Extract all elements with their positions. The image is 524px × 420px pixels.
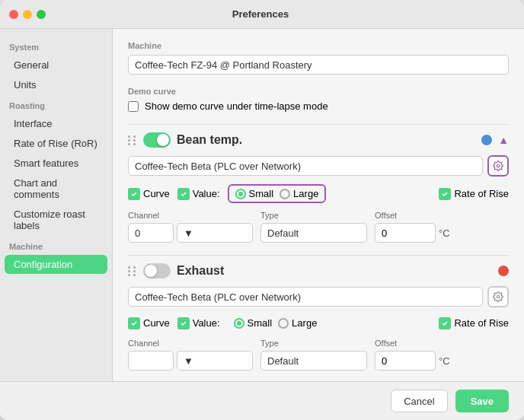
bean-temp-value-check[interactable]: Value: <box>177 188 220 200</box>
channel-exhaust-name: Exhaust <box>177 264 224 278</box>
exhaust-type-group: Type Default <box>260 339 367 371</box>
sidebar-item-units[interactable]: Units <box>5 75 107 94</box>
maximize-button[interactable] <box>37 10 46 19</box>
exhaust-protocol-dropdown[interactable]: Coffee-Tech Beta (PLC over Network) <box>128 287 483 307</box>
bean-temp-channel-label: Channel <box>128 211 253 220</box>
demo-curve-label: Demo curve <box>128 87 509 96</box>
exhaust-ror-check[interactable]: Rate of Rise <box>439 317 509 329</box>
bean-temp-curve-check[interactable]: Curve <box>128 188 170 200</box>
exhaust-large-radio[interactable]: Large <box>278 317 317 329</box>
exhaust-fields: Channel ▼ Type Default <box>128 339 509 371</box>
machine-dropdown[interactable]: Coffee-Tech FZ-94 @ Portland Roastery <box>128 55 509 75</box>
drag-handle-bean-temp[interactable] <box>128 135 137 145</box>
bean-temp-value-label: Value: <box>193 188 220 199</box>
bean-temp-channel-group: Channel ▼ <box>128 211 253 243</box>
bean-temp-channel-select[interactable]: ▼ <box>177 223 253 243</box>
bean-temp-size-radio-group: Small Large <box>228 184 327 203</box>
minimize-button[interactable] <box>23 10 32 19</box>
bean-temp-offset-group: Offset °C <box>375 211 450 243</box>
bean-temp-protocol-dropdown[interactable]: Coffee-Tech Beta (PLC over Network) <box>128 156 483 176</box>
exhaust-color-dot <box>498 266 509 276</box>
exhaust-value-checkbox-icon <box>177 317 190 329</box>
sidebar: System General Units Roasting Interface … <box>0 29 113 381</box>
sidebar-item-chart[interactable]: Chart and comments <box>5 173 107 204</box>
exhaust-size-radio-group: Small Large <box>228 315 324 331</box>
content-area: System General Units Roasting Interface … <box>0 29 524 381</box>
exhaust-offset-unit: °C <box>439 355 450 367</box>
bean-temp-small-radio-icon <box>235 189 246 199</box>
sidebar-item-smart[interactable]: Smart features <box>5 154 107 173</box>
machine-dropdown-row: Coffee-Tech FZ-94 @ Portland Roastery <box>128 55 509 75</box>
bean-temp-dropdown-row: Coffee-Tech Beta (PLC over Network) <box>128 155 509 177</box>
bean-temp-small-radio[interactable]: Small <box>235 188 274 199</box>
exhaust-large-label: Large <box>292 317 317 329</box>
sidebar-item-interface[interactable]: Interface <box>5 114 107 133</box>
exhaust-small-radio[interactable]: Small <box>234 317 273 329</box>
channel-bean-temp-name: Bean temp. <box>177 133 242 147</box>
exhaust-small-label: Small <box>248 317 273 329</box>
exhaust-type-select[interactable]: Default <box>260 351 367 371</box>
main-content: Machine Coffee-Tech FZ-94 @ Portland Roa… <box>113 29 524 381</box>
bean-temp-options-row: Curve Value: Small <box>128 184 509 203</box>
bean-temp-type-group: Type Default <box>260 211 367 243</box>
bean-temp-ror-checkbox-icon <box>439 188 451 200</box>
save-button[interactable]: Save <box>455 390 509 412</box>
footer: Cancel Save <box>0 381 524 420</box>
exhaust-curve-label: Curve <box>143 317 170 329</box>
exhaust-options-row: Curve Value: Small <box>128 315 509 331</box>
bean-temp-offset-label: Offset <box>375 211 450 220</box>
scroll-up-arrow[interactable]: ▲ <box>498 134 509 146</box>
bean-temp-offset-row: °C <box>375 223 450 243</box>
bean-temp-channel-input[interactable] <box>128 223 174 243</box>
cancel-button[interactable]: Cancel <box>391 390 447 412</box>
demo-curve-row: Show demo curve under time-lapse mode <box>128 100 509 112</box>
bean-temp-ror-check[interactable]: Rate of Rise <box>439 188 509 200</box>
exhaust-channel-input[interactable] <box>128 351 174 371</box>
sidebar-item-general[interactable]: General <box>5 56 107 75</box>
sidebar-item-labels[interactable]: Customize roast labels <box>5 205 107 235</box>
toggle-exhaust[interactable] <box>143 263 171 278</box>
exhaust-curve-checkbox-icon <box>128 317 140 329</box>
demo-curve-checkbox-label: Show demo curve under time-lapse mode <box>145 100 328 112</box>
demo-curve-checkbox[interactable] <box>128 101 139 112</box>
preferences-window: Preferences System General Units Roastin… <box>0 0 524 420</box>
exhaust-offset-label: Offset <box>375 339 450 348</box>
demo-curve-section: Demo curve Show demo curve under time-la… <box>128 87 509 112</box>
exhaust-offset-input[interactable] <box>375 351 436 371</box>
channel-exhaust-header: Exhaust <box>128 263 509 278</box>
machine-label: Machine <box>128 41 509 50</box>
channel-exhaust: Exhaust Coffee-Tech Beta (PLC over Netwo… <box>128 263 509 371</box>
exhaust-offset-group: Offset °C <box>375 339 450 371</box>
bean-temp-value-checkbox-icon <box>177 188 190 200</box>
exhaust-ror-checkbox-icon <box>439 317 451 329</box>
bean-temp-small-label: Small <box>249 188 274 199</box>
exhaust-channel-select[interactable]: ▼ <box>177 351 253 371</box>
exhaust-value-check[interactable]: Value: <box>177 317 220 329</box>
close-button[interactable] <box>9 10 18 19</box>
exhaust-large-radio-icon <box>278 318 289 329</box>
drag-handle-exhaust[interactable] <box>128 266 137 276</box>
exhaust-value-label: Value: <box>193 317 220 329</box>
exhaust-ror-label: Rate of Rise <box>454 317 509 329</box>
bean-temp-type-select[interactable]: Default <box>260 223 367 243</box>
exhaust-dropdown-row: Coffee-Tech Beta (PLC over Network) <box>128 286 509 307</box>
machine-section: Machine Coffee-Tech FZ-94 @ Portland Roa… <box>128 41 509 75</box>
window-title: Preferences <box>46 8 475 20</box>
bean-temp-curve-checkbox-icon <box>128 188 140 200</box>
exhaust-curve-check[interactable]: Curve <box>128 317 170 329</box>
bean-temp-large-radio[interactable]: Large <box>280 188 318 199</box>
toggle-bean-temp[interactable] <box>143 132 171 148</box>
bean-temp-offset-input[interactable] <box>375 223 436 243</box>
divider-2 <box>128 255 509 256</box>
sidebar-section-system: System <box>0 37 112 55</box>
exhaust-gear-button[interactable] <box>487 286 509 307</box>
sidebar-item-ror[interactable]: Rate of Rise (RoR) <box>5 134 107 153</box>
bean-temp-gear-button[interactable] <box>487 155 509 177</box>
channel-bean-temp: Bean temp. ▲ Coffee-Tech Beta (PLC over … <box>128 132 509 243</box>
sidebar-item-configuration[interactable]: Configuration <box>5 255 107 274</box>
sidebar-section-machine: Machine <box>0 236 112 254</box>
bean-temp-offset-unit: °C <box>439 228 450 239</box>
divider-1 <box>128 124 509 125</box>
traffic-lights <box>9 10 46 19</box>
exhaust-channel-label: Channel <box>128 339 253 348</box>
